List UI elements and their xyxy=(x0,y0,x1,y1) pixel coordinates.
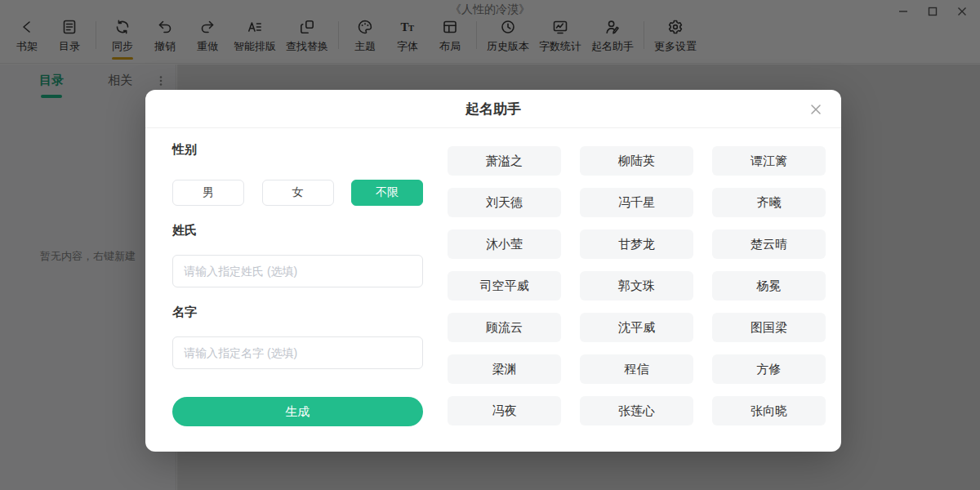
generated-name-chip[interactable]: 萧溢之 xyxy=(448,146,561,176)
naming-assistant-dialog: 起名助手 性别 男 女 不限 姓氏 名字 生成 萧溢之 柳陆英 谭江篱 刘天德 … xyxy=(145,90,841,452)
given-name-input[interactable] xyxy=(172,336,423,369)
generated-name-chip[interactable]: 张莲心 xyxy=(580,396,693,425)
dialog-header: 起名助手 xyxy=(145,90,841,128)
generated-name-chip[interactable]: 沈平威 xyxy=(580,313,693,342)
generated-names-grid: 萧溢之 柳陆英 谭江篱 刘天德 冯千星 齐曦 沐小莹 甘梦龙 楚云晴 司空平威 … xyxy=(448,146,826,425)
gender-option-any[interactable]: 不限 xyxy=(351,180,423,206)
generated-name-chip[interactable]: 冯千星 xyxy=(580,188,693,217)
gender-option-male[interactable]: 男 xyxy=(172,180,244,206)
dialog-title: 起名助手 xyxy=(145,90,841,128)
surname-input[interactable] xyxy=(172,255,423,287)
generated-name-chip[interactable]: 图国梁 xyxy=(712,313,826,342)
generated-name-chip[interactable]: 刘天德 xyxy=(448,188,561,217)
generated-name-chip[interactable]: 齐曦 xyxy=(712,188,826,217)
generated-name-chip[interactable]: 梁渊 xyxy=(448,354,561,384)
gender-label: 性别 xyxy=(172,142,197,158)
given-name-label: 名字 xyxy=(172,305,197,320)
generated-name-chip[interactable]: 柳陆英 xyxy=(580,146,693,176)
generated-name-chip[interactable]: 顾流云 xyxy=(448,313,561,342)
gender-options: 男 女 不限 xyxy=(172,180,423,206)
dialog-close-button[interactable] xyxy=(805,99,826,120)
generated-name-chip[interactable]: 杨冕 xyxy=(712,271,826,301)
generated-name-chip[interactable]: 张向晓 xyxy=(712,396,826,425)
close-icon xyxy=(809,103,822,116)
surname-label: 姓氏 xyxy=(172,223,197,238)
generated-name-chip[interactable]: 谭江篱 xyxy=(712,146,826,176)
generated-name-chip[interactable]: 冯夜 xyxy=(448,396,561,425)
generated-name-chip[interactable]: 甘梦龙 xyxy=(580,229,693,259)
generated-name-chip[interactable]: 沐小莹 xyxy=(448,229,561,259)
generated-name-chip[interactable]: 司空平威 xyxy=(448,271,561,301)
generated-name-chip[interactable]: 程信 xyxy=(580,354,693,384)
generate-button[interactable]: 生成 xyxy=(172,397,423,426)
generated-name-chip[interactable]: 郭文珠 xyxy=(580,271,693,301)
generated-name-chip[interactable]: 方修 xyxy=(712,354,826,384)
gender-option-female[interactable]: 女 xyxy=(262,180,334,206)
generated-name-chip[interactable]: 楚云晴 xyxy=(712,229,826,259)
